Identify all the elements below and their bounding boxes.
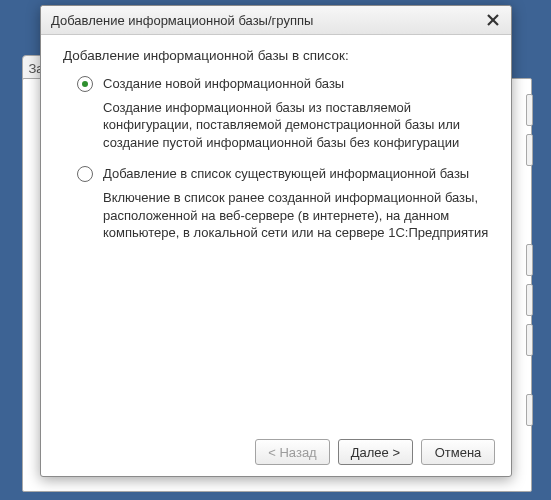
dialog-heading: Добавление информационной базы в список: xyxy=(63,47,489,65)
close-button[interactable] xyxy=(483,10,503,30)
background-side-button xyxy=(526,284,533,316)
dialog-footer: < Назад Далее > Отмена xyxy=(41,428,511,476)
background-side-button xyxy=(526,324,533,356)
dialog-body: Добавление информационной базы в список:… xyxy=(41,35,511,428)
background-side-button xyxy=(526,394,533,426)
next-button[interactable]: Далее > xyxy=(338,439,413,465)
cancel-button[interactable]: Отмена xyxy=(421,439,495,465)
option-create-new[interactable]: Создание новой информационной базы xyxy=(63,75,489,93)
radio-add-existing[interactable] xyxy=(77,166,93,182)
background-side-button xyxy=(526,244,533,276)
background-side-button xyxy=(526,94,533,126)
back-button: < Назад xyxy=(255,439,329,465)
option-add-existing-description: Включение в список ранее созданной инфор… xyxy=(103,189,489,242)
add-infobase-dialog: Добавление информационной базы/группы До… xyxy=(40,5,512,477)
dialog-title: Добавление информационной базы/группы xyxy=(51,13,483,28)
option-create-new-label[interactable]: Создание новой информационной базы xyxy=(103,75,344,93)
radio-create-new[interactable] xyxy=(77,76,93,92)
option-create-new-description: Создание информационной базы из поставля… xyxy=(103,99,489,152)
dialog-titlebar: Добавление информационной базы/группы xyxy=(41,6,511,35)
option-add-existing-label[interactable]: Добавление в список существующей информа… xyxy=(103,165,469,183)
background-side-button xyxy=(526,134,533,166)
option-add-existing[interactable]: Добавление в список существующей информа… xyxy=(63,165,489,183)
close-icon xyxy=(487,14,499,26)
